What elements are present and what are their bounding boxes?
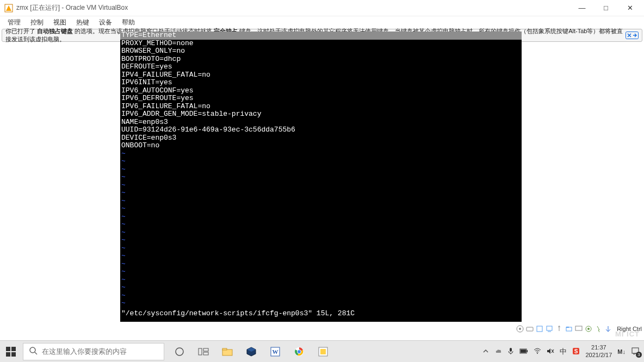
svg-rect-31: [510, 348, 512, 352]
svg-rect-8: [566, 327, 569, 328]
menu-hotkeys[interactable]: 热键: [72, 17, 94, 28]
terminal-line: BOOTPROTO=dhcp: [120, 55, 522, 64]
network-icon[interactable]: [545, 324, 554, 333]
usb-icon[interactable]: [555, 324, 564, 333]
terminal-line: IPV6_AUTOCONF=yes: [120, 87, 522, 95]
svg-rect-34: [521, 349, 526, 353]
svg-rect-22: [222, 348, 227, 350]
vm-statusbar: Right Ctrl: [516, 324, 642, 334]
terminal-line: DEVICE=enp0s3: [120, 134, 522, 142]
terminal-line: IPV4_FAILURE_FATAL=no: [120, 71, 522, 79]
minimize-button[interactable]: —: [577, 4, 587, 12]
window-controls: — □ ✕: [577, 4, 640, 12]
app-taskbar-button[interactable]: [312, 341, 334, 363]
svg-rect-12: [6, 347, 10, 351]
windows-taskbar: W 中 S 21:37 2021/2/17 M↓ 3: [0, 340, 644, 362]
tray-ime-icon[interactable]: 中: [560, 347, 567, 357]
svg-point-17: [176, 348, 183, 355]
svg-text:W: W: [273, 348, 278, 355]
tray-chevron-up-icon[interactable]: [482, 348, 489, 355]
terminal-line: PROXY_METHOD=none: [120, 40, 522, 48]
clock-time: 21:37: [585, 344, 612, 351]
svg-rect-5: [537, 326, 542, 332]
cortana-button[interactable]: [169, 341, 190, 363]
menubar: 管理 控制 视图 热键 设备 帮助: [0, 16, 644, 28]
svg-rect-15: [11, 352, 16, 357]
search-input[interactable]: [42, 347, 158, 355]
word-taskbar-button[interactable]: W: [264, 341, 286, 363]
tray-mic-icon[interactable]: [507, 347, 514, 356]
svg-rect-13: [11, 347, 16, 351]
close-button[interactable]: ✕: [624, 4, 635, 12]
clock-date: 2021/2/17: [585, 352, 612, 359]
recording-icon[interactable]: [584, 324, 593, 333]
vim-tilde: ~: [120, 276, 522, 284]
vim-tilde: ~: [120, 268, 522, 276]
svg-rect-6: [547, 326, 552, 330]
svg-rect-14: [6, 352, 10, 357]
start-button[interactable]: [0, 341, 22, 363]
svg-point-35: [537, 353, 538, 354]
svg-point-16: [30, 347, 35, 353]
infobar-close-button[interactable]: [626, 32, 639, 39]
vim-tilde: ~: [120, 252, 522, 260]
notification-badge: 3: [636, 352, 642, 358]
terminal-line: IPV6_FAILURE_FATAL=no: [120, 103, 522, 111]
harddisk-icon[interactable]: [525, 324, 534, 333]
clock[interactable]: 21:37 2021/2/17: [585, 344, 612, 358]
terminal-line: BROWSER_ONLY=no: [120, 47, 522, 55]
notifications-button[interactable]: 3: [631, 347, 640, 357]
svg-point-3: [519, 328, 521, 330]
menu-devices[interactable]: 设备: [95, 17, 116, 28]
tray-sogou-icon[interactable]: S: [572, 347, 580, 356]
terminal-line: NAME=enp0s3: [120, 118, 522, 127]
menu-help[interactable]: 帮助: [117, 17, 139, 28]
vim-tilde: ~: [120, 213, 522, 221]
vim-tilde: ~: [120, 284, 522, 292]
terminal-line: IPV6_DEFROUTE=yes: [120, 95, 522, 103]
audio-icon[interactable]: [535, 324, 544, 333]
svg-rect-4: [527, 327, 533, 331]
task-view-button[interactable]: [193, 341, 214, 363]
display-icon[interactable]: [574, 324, 583, 333]
vm-display[interactable]: TYPE=Ethernet PROXY_METHOD=none BROWSER_…: [120, 32, 522, 322]
vim-tilde: ~: [120, 299, 522, 308]
vim-tilde: ~: [120, 221, 522, 229]
vim-tilde: ~: [120, 260, 522, 269]
tray-onedrive-icon[interactable]: [494, 347, 502, 356]
vim-tilde: ~: [120, 205, 522, 213]
tray-wifi-icon[interactable]: [534, 348, 541, 355]
vim-tilde: ~: [120, 182, 522, 190]
terminal-line-selected: TYPE=Ethernet: [120, 32, 522, 40]
virtualbox-taskbar-button[interactable]: [240, 341, 262, 363]
vim-status-line: "/etc/sysconfig/network-scripts/ifcfg-en…: [121, 310, 355, 318]
svg-rect-7: [566, 327, 572, 331]
svg-rect-30: [320, 349, 326, 354]
svg-point-28: [298, 349, 301, 353]
svg-text:S: S: [574, 348, 578, 354]
svg-rect-9: [575, 326, 582, 330]
cdrom-icon[interactable]: [516, 324, 524, 333]
tray-battery-icon[interactable]: [519, 348, 528, 355]
vim-tilde: ~: [120, 292, 522, 300]
search-box[interactable]: [23, 343, 164, 360]
menu-control[interactable]: 控制: [26, 17, 48, 28]
mouse-integration-icon[interactable]: [594, 324, 603, 333]
tray-volume-icon[interactable]: [547, 348, 554, 355]
maximize-button[interactable]: □: [600, 4, 611, 12]
svg-rect-19: [203, 348, 208, 351]
search-icon: [29, 346, 38, 357]
menu-view[interactable]: 视图: [49, 17, 71, 28]
tray-markdown-icon[interactable]: M↓: [617, 348, 626, 355]
file-explorer-button[interactable]: [216, 341, 238, 363]
terminal-line: IPV6_ADDR_GEN_MODE=stable-privacy: [120, 110, 522, 118]
chrome-taskbar-button[interactable]: [288, 341, 310, 363]
svg-rect-33: [527, 350, 528, 352]
menu-manage[interactable]: 管理: [3, 17, 25, 28]
vim-tilde: ~: [120, 150, 522, 158]
shared-folders-icon[interactable]: [565, 324, 573, 333]
svg-rect-18: [199, 348, 202, 355]
terminal-line: DEFROUTE=yes: [120, 63, 522, 71]
vim-tilde: ~: [120, 197, 522, 205]
system-tray: 中 S 21:37 2021/2/17 M↓ 3: [478, 344, 644, 358]
